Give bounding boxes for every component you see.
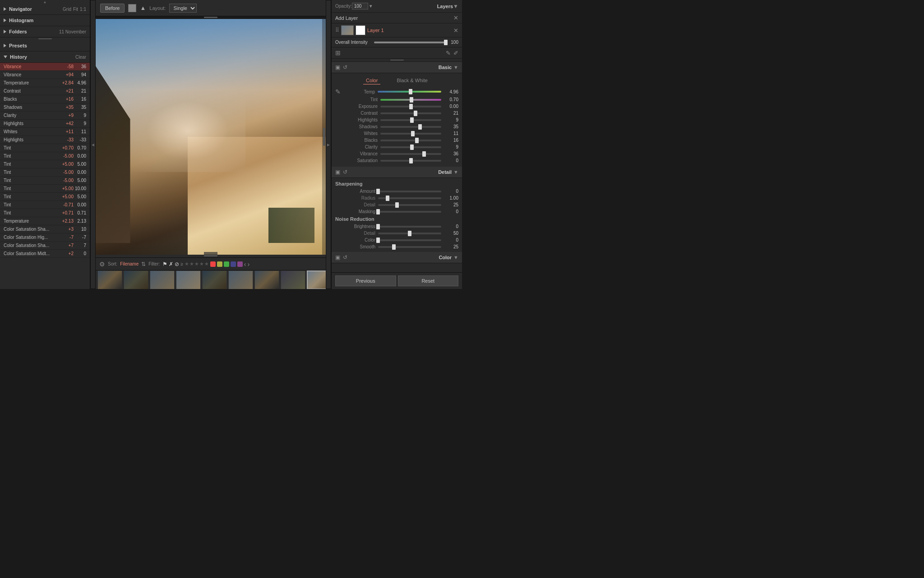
scroll-up-arrow[interactable]: ▲: [0, 0, 90, 4]
color-tab[interactable]: Color: [363, 77, 380, 84]
basic-icon-2[interactable]: ↺: [343, 64, 347, 70]
history-row-17[interactable]: Tint-0.710.00: [0, 201, 90, 209]
thumb-1[interactable]: [97, 270, 122, 289]
slider-track-8[interactable]: [380, 160, 441, 162]
sharp-thumb-1[interactable]: [386, 196, 389, 201]
thumb-2[interactable]: [124, 270, 148, 289]
slider-track-6[interactable]: [380, 146, 441, 148]
eyedropper-icon[interactable]: ✎: [335, 88, 341, 95]
pencil-icon[interactable]: ✎: [446, 50, 451, 56]
image-viewer[interactable]: [96, 19, 326, 255]
layout-dropdown[interactable]: Single Split: [169, 4, 197, 13]
slider-track-2[interactable]: [380, 119, 441, 121]
history-row-12[interactable]: Tint+5.005.00: [0, 160, 90, 168]
navigator-grid[interactable]: Grid: [63, 7, 71, 12]
star-3[interactable]: ★: [194, 261, 199, 267]
history-row-10[interactable]: Tint+0.700.70: [0, 144, 90, 152]
history-row-14[interactable]: Tint-5.005.00: [0, 177, 90, 185]
flag-icon[interactable]: ⚑: [162, 261, 167, 267]
thumb-5[interactable]: [202, 270, 227, 289]
reset-button[interactable]: Reset: [398, 275, 459, 286]
history-row-16[interactable]: Tint+5.005.00: [0, 193, 90, 201]
sharp-thumb-0[interactable]: [376, 189, 380, 194]
temp-thumb[interactable]: [409, 89, 412, 94]
slider-thumb-2[interactable]: [410, 117, 414, 123]
navigator-ratio[interactable]: 1:1: [80, 7, 86, 12]
slider-track-3[interactable]: [380, 126, 441, 128]
blue-filter[interactable]: [231, 261, 236, 267]
slider-track-4[interactable]: [380, 133, 441, 135]
noise-thumb-3[interactable]: [392, 244, 396, 250]
thumb-7[interactable]: [254, 270, 279, 289]
basic-section-arrow[interactable]: ▼: [453, 65, 458, 70]
thumb-6[interactable]: [228, 270, 253, 289]
color-section-bar[interactable]: ▣ ↺ Color ▼: [332, 252, 462, 263]
slider-track-1[interactable]: [380, 112, 441, 114]
overall-intensity-thumb[interactable]: [444, 40, 448, 45]
add-layer-text[interactable]: Add Layer: [335, 15, 453, 21]
view-box-icon[interactable]: [128, 4, 136, 12]
history-row-3[interactable]: Contrast+2121: [0, 87, 90, 95]
previous-button[interactable]: Previous: [335, 275, 396, 286]
noise-thumb-1[interactable]: [408, 231, 411, 236]
history-triangle[interactable]: [4, 56, 7, 58]
history-row-11[interactable]: Tint-5.000.00: [0, 152, 90, 160]
layers-dropdown-icon[interactable]: ▼: [453, 3, 458, 9]
left-panel-handle[interactable]: ◄: [90, 0, 96, 289]
history-row-18[interactable]: Tint+0.710.71: [0, 209, 90, 217]
opacity-value[interactable]: 100: [352, 3, 368, 9]
slider-thumb-3[interactable]: [418, 124, 422, 130]
noise-thumb-2[interactable]: [376, 238, 380, 243]
detail-icon-2[interactable]: ↺: [343, 169, 347, 175]
history-row-5[interactable]: Shadows+3535: [0, 103, 90, 112]
navigator-header[interactable]: Navigator Grid Fit 1:1: [0, 4, 90, 15]
yellow-filter[interactable]: [217, 261, 222, 267]
slider-thumb-7[interactable]: [422, 151, 426, 157]
history-row-0[interactable]: Vibrance-5836: [0, 63, 90, 71]
crop-icon[interactable]: ⊞: [335, 49, 341, 56]
color-icon-1[interactable]: ▣: [335, 254, 340, 261]
history-row-8[interactable]: Whites+1111: [0, 128, 90, 136]
history-row-20[interactable]: Color Saturation Sha...+310: [0, 225, 90, 233]
noise-track-3[interactable]: [378, 246, 441, 248]
detail-section-bar[interactable]: ▣ ↺ Detail ▼: [332, 167, 462, 178]
history-row-7[interactable]: Highlights+429: [0, 120, 90, 128]
thumb-4[interactable]: [176, 270, 201, 289]
basic-section-bar[interactable]: ▣ ↺ Basic ▼: [332, 62, 462, 73]
star-1[interactable]: ★: [185, 261, 189, 267]
noise-thumb-0[interactable]: [376, 224, 380, 229]
history-row-21[interactable]: Color Saturation Hig...-7-7: [0, 233, 90, 242]
detail-section-arrow[interactable]: ▼: [453, 169, 458, 175]
sharp-thumb-2[interactable]: [395, 202, 399, 208]
history-row-23[interactable]: Color Saturation Midt...+20: [0, 250, 90, 258]
tint-thumb[interactable]: [410, 97, 413, 103]
color-icon-2[interactable]: ↺: [343, 254, 347, 261]
presets-header[interactable]: Presets: [0, 40, 90, 51]
purple-filter[interactable]: [237, 261, 243, 267]
history-row-2[interactable]: Temperature+2.844.96: [0, 79, 90, 87]
overall-intensity-slider[interactable]: [374, 42, 446, 43]
x-icon[interactable]: ✗: [169, 261, 173, 267]
gear-icon[interactable]: ⚙: [99, 261, 105, 268]
sort-arrows-icon[interactable]: ⇅: [141, 261, 146, 267]
navigator-fit[interactable]: Fit: [73, 7, 78, 12]
filmstrip-thumbs[interactable]: [96, 270, 326, 289]
noise-track-1[interactable]: [378, 233, 441, 234]
thumb-selected[interactable]: [307, 270, 326, 289]
tint-slider[interactable]: [380, 99, 441, 101]
slider-track-0[interactable]: [380, 106, 441, 107]
sharp-track-0[interactable]: [378, 191, 441, 192]
sharp-track-3[interactable]: [378, 211, 441, 213]
history-row-13[interactable]: Tint-5.000.00: [0, 168, 90, 177]
next-filmstrip-icon[interactable]: ›: [247, 261, 249, 268]
noise-track-0[interactable]: [378, 226, 441, 228]
slider-thumb-5[interactable]: [415, 138, 419, 143]
layer-name-label[interactable]: Layer 1: [367, 28, 452, 33]
temp-slider[interactable]: [378, 91, 441, 93]
red-filter[interactable]: [210, 261, 216, 267]
sharp-thumb-3[interactable]: [376, 209, 380, 214]
slider-track-5[interactable]: [380, 140, 441, 141]
green-filter[interactable]: [224, 261, 229, 267]
sharp-track-2[interactable]: [378, 204, 441, 206]
noise-track-2[interactable]: [378, 239, 441, 241]
